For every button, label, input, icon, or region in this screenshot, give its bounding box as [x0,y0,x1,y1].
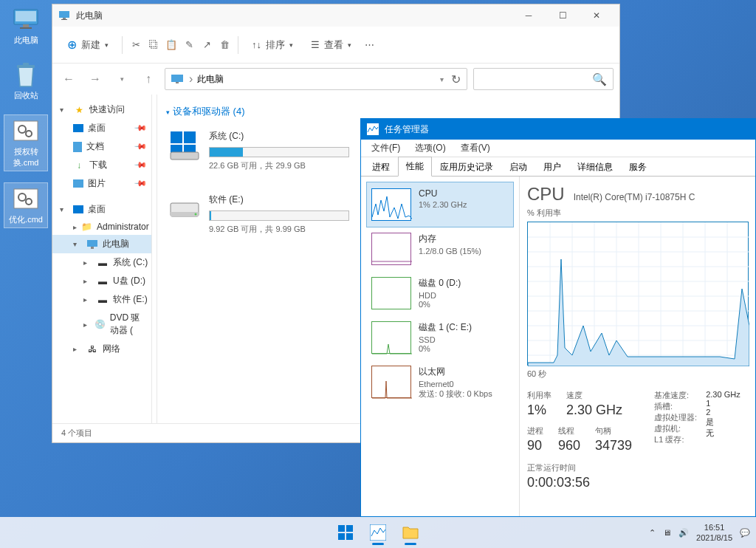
drive-icon: ▬ [97,295,109,305]
icon-label: 优化.cmd [9,214,43,225]
tray-chevron-icon[interactable]: ⌃ [649,528,656,538]
sidebar-pictures[interactable]: 图片📌 [52,174,151,193]
svg-rect-25 [171,212,199,216]
network-tray-icon[interactable]: 🖥 [663,528,671,537]
tab-app-history[interactable]: 应用历史记录 [432,157,501,177]
start-button[interactable] [331,518,360,547]
sidebar-network[interactable]: ▸🖧网络 [52,340,151,358]
copy-button[interactable]: ⿻ [146,38,161,52]
desktop-icon [73,124,83,132]
paste-button[interactable]: 📋 [164,38,179,52]
perf-disk0[interactable]: 磁盘 0 (D:) HDD 0% [367,271,513,315]
disc-icon: 💿 [94,319,106,329]
volume-tray-icon[interactable]: 🔊 [678,528,689,538]
tm-sidebar: CPU 1% 2.30 GHz 内存 1.2/8.0 GB (15%) 磁盘 0… [361,177,520,516]
sidebar: ▾★快速访问 桌面📌 文档📌 ↓下载📌 图片📌 ▾桌面 ▸📁Administra… [52,95,152,423]
titlebar[interactable]: 此电脑 ─ ☐ ✕ [52,4,619,27]
search-input[interactable]: 🔍 [473,68,614,90]
sort-icon: ↑↓ [252,39,261,50]
tab-processes[interactable]: 进程 [364,157,398,177]
sort-button[interactable]: ↑↓ 排序 ▾ [244,34,300,56]
maximize-button[interactable]: ☐ [546,4,580,27]
desktop-icon-optimize[interactable]: 优化.cmd [4,182,48,228]
sidebar-quick-access[interactable]: ▾★快速访问 [52,100,151,119]
sidebar-drive-e[interactable]: ▸▬软件 (E:) [52,290,151,309]
sidebar-administrator[interactable]: ▸📁Administrator [52,219,151,235]
tab-startup[interactable]: 启动 [501,157,535,177]
up-button[interactable]: ↑ [138,69,159,89]
perf-memory[interactable]: 内存 1.2/8.0 GB (15%) [367,227,513,271]
svg-rect-5 [23,63,29,66]
ethernet-mini-graph [371,366,411,398]
minimize-button[interactable]: ─ [512,4,546,27]
svg-rect-47 [346,525,353,532]
chevron-down-icon: ▾ [105,41,109,49]
menu-options[interactable]: 选项(O) [408,140,453,156]
pin-icon: 📌 [133,158,147,172]
stat-handles: 句柄 34739 [595,425,632,453]
taskmgr-icon [367,123,379,135]
chevron-down-icon[interactable]: ▾ [440,75,444,83]
svg-rect-15 [171,75,183,82]
sidebar-documents[interactable]: 文档📌 [52,137,151,156]
sidebar-desktop[interactable]: 桌面📌 [52,119,151,137]
sidebar-this-pc[interactable]: ▾此电脑 [52,235,151,253]
forward-button[interactable]: → [85,69,106,89]
pin-icon: 📌 [133,121,147,135]
network-icon: 🖧 [86,344,98,355]
svg-rect-17 [87,240,97,247]
tm-titlebar[interactable]: 任务管理器 [361,119,755,140]
close-button[interactable]: ✕ [580,4,614,27]
progress-bar [209,210,349,221]
perf-disk1[interactable]: 磁盘 1 (C: E:) SSD 0% [367,315,513,360]
tab-users[interactable]: 用户 [535,157,569,177]
menu-file[interactable]: 文件(F) [364,140,408,156]
view-button[interactable]: ☰ 查看 ▾ [303,34,359,56]
delete-button[interactable]: 🗑 [217,38,232,52]
star-icon: ★ [73,105,85,115]
taskbar: ⌃ 🖥 🔊 16:51 2021/8/15 💬 [0,517,756,548]
taskbar-taskmgr[interactable] [363,518,393,547]
navbar: ← → ▾ ↑ › 此电脑 ▾ ↻ 🔍 [52,64,619,95]
tray-clock[interactable]: 16:51 2021/8/15 [696,522,732,544]
cut-button[interactable]: ✂ [128,38,143,52]
sidebar-drive-d[interactable]: ▸▬U盘 (D:) [52,272,151,290]
disk-mini-graph [371,277,411,309]
more-button[interactable]: ⋯ [362,38,377,52]
tm-menubar: 文件(F) 选项(O) 查看(V) [361,140,755,157]
perf-ethernet[interactable]: 以太网 Ethernet0 发送: 0 接收: 0 Kbps [367,360,513,405]
icon-label: 回收站 [14,90,38,101]
recycle-bin-icon [13,61,39,88]
address-bar[interactable]: › 此电脑 ▾ ↻ [165,68,467,90]
windows-drive-icon [169,130,200,161]
share-button[interactable]: ↗ [199,38,214,52]
back-button[interactable]: ← [58,69,79,89]
sidebar-dvd[interactable]: ▸💿DVD 驱动器 ( [52,309,151,340]
stat-utilization: 利用率 1% [527,390,551,418]
desktop-icon-this-pc[interactable]: 此电脑 [4,4,48,48]
menu-view[interactable]: 查看(V) [453,140,498,156]
tab-services[interactable]: 服务 [621,157,655,177]
desktop-icon-auth[interactable]: 授权转换.cmd [4,114,48,171]
desktop-icon-recycle-bin[interactable]: 回收站 [4,59,48,103]
cpu-detail-table: 基准速度: 插槽: 虚拟处理器: 虚拟机: L1 缓存: 2.30 GHz 1 … [654,390,740,490]
svg-rect-23 [171,152,199,160]
chevron-down-icon[interactable]: ▾ [111,69,132,89]
taskbar-explorer[interactable] [396,518,425,547]
sidebar-drive-c[interactable]: ▸▬系统 (C:) [52,253,151,272]
notification-tray-icon[interactable]: 💬 [740,528,750,538]
rename-button[interactable]: ✎ [182,38,196,52]
new-button[interactable]: ⊕ 新建 ▾ [60,33,116,56]
pin-icon: 📌 [133,140,147,154]
perf-cpu[interactable]: CPU 1% 2.30 GHz [367,182,513,227]
sidebar-downloads[interactable]: ↓下载📌 [52,156,151,174]
svg-rect-3 [20,27,32,29]
tab-details[interactable]: 详细信息 [569,157,621,177]
svg-rect-49 [346,533,353,540]
monitor-icon [13,6,39,32]
sidebar-desktop-root[interactable]: ▾桌面 [52,200,151,219]
refresh-button[interactable]: ↻ [451,72,461,86]
svg-rect-14 [61,19,67,20]
tab-performance[interactable]: 性能 [398,157,432,177]
task-manager-window: 任务管理器 文件(F) 选项(O) 查看(V) 进程 性能 应用历史记录 启动 … [360,118,756,517]
